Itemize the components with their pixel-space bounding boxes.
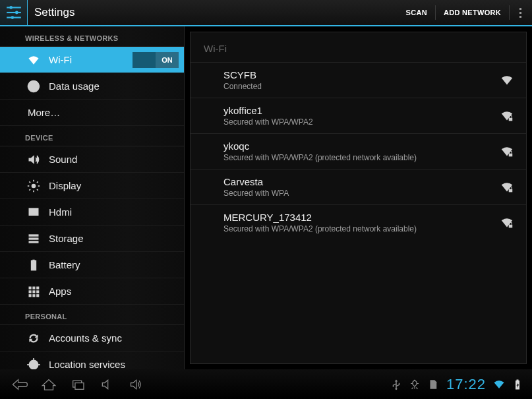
svg-line-13 bbox=[29, 189, 30, 191]
sdcard-icon[interactable] bbox=[427, 379, 439, 390]
apps-icon bbox=[26, 284, 41, 299]
display-icon bbox=[26, 179, 41, 193]
svg-point-33 bbox=[29, 360, 38, 369]
network-status: Secured with WPA bbox=[223, 189, 500, 198]
network-status: Connected bbox=[223, 82, 500, 91]
svg-line-12 bbox=[37, 189, 38, 191]
back-button[interactable] bbox=[5, 374, 34, 395]
network-status: Secured with WPA/WPA2 bbox=[223, 117, 500, 127]
svg-point-3 bbox=[9, 6, 13, 9]
overflow-menu-button[interactable] bbox=[512, 0, 528, 26]
svg-rect-16 bbox=[30, 209, 37, 214]
wifi-network-item[interactable]: CarvestaSecured with WPA bbox=[191, 169, 526, 205]
svg-line-14 bbox=[37, 181, 38, 183]
section-header: PERSONAL bbox=[0, 305, 184, 325]
content-pane: Wi-Fi SCYFBConnectedykoffice1Secured wit… bbox=[185, 26, 532, 369]
network-name: MERCURY_173412 bbox=[223, 212, 500, 223]
battery-status-icon[interactable] bbox=[512, 379, 523, 390]
svg-rect-40 bbox=[509, 189, 513, 192]
sidebar-item-apps[interactable]: Apps bbox=[0, 278, 184, 305]
wifi-network-item[interactable]: ykoffice1Secured with WPA/WPA2 bbox=[191, 98, 526, 134]
svg-rect-17 bbox=[29, 234, 39, 236]
status-clock[interactable]: 17:22 bbox=[446, 376, 486, 393]
wifi-status-icon[interactable] bbox=[493, 379, 505, 390]
section-header: WIRELESS & NETWORKS bbox=[0, 26, 184, 47]
sync-icon bbox=[26, 331, 41, 346]
location-icon bbox=[26, 357, 41, 370]
sidebar-item-label: Wi-Fi bbox=[49, 54, 72, 65]
svg-rect-28 bbox=[36, 290, 39, 293]
svg-rect-31 bbox=[36, 294, 39, 297]
svg-rect-19 bbox=[29, 241, 39, 243]
sidebar-item-label: More… bbox=[28, 107, 60, 118]
svg-rect-25 bbox=[36, 286, 39, 289]
sidebar-item-label: Apps bbox=[49, 286, 71, 297]
svg-rect-22 bbox=[32, 265, 36, 270]
recents-button[interactable] bbox=[63, 374, 92, 395]
sound-icon bbox=[26, 152, 41, 167]
svg-line-11 bbox=[29, 181, 30, 183]
network-name: ykoffice1 bbox=[223, 105, 500, 116]
data-icon bbox=[26, 79, 41, 94]
svg-rect-21 bbox=[32, 259, 34, 261]
divider bbox=[509, 5, 510, 20]
svg-point-6 bbox=[32, 183, 36, 188]
wifi-signal-secured-icon bbox=[500, 216, 514, 230]
sidebar-item-label: Hdmi bbox=[49, 206, 72, 218]
sidebar-item-hdmi[interactable]: Hdmi bbox=[0, 199, 184, 226]
section-header: DEVICE bbox=[0, 126, 184, 146]
page-title: Settings bbox=[34, 6, 398, 19]
svg-point-4 bbox=[15, 11, 18, 14]
sidebar-item-display[interactable]: Display bbox=[0, 173, 184, 199]
sidebar-item-more[interactable]: More… bbox=[0, 100, 184, 126]
settings-app-icon[interactable] bbox=[0, 0, 28, 26]
sidebar-item-label: Location services bbox=[49, 359, 125, 369]
svg-rect-41 bbox=[509, 224, 513, 228]
usb-icon[interactable] bbox=[390, 379, 402, 390]
sidebar-item-label: Storage bbox=[49, 233, 84, 244]
scan-button[interactable]: SCAN bbox=[398, 2, 435, 23]
volume-down-button[interactable] bbox=[92, 374, 121, 395]
svg-rect-43 bbox=[75, 383, 84, 389]
svg-rect-39 bbox=[509, 153, 513, 156]
wifi-signal-secured-icon bbox=[500, 109, 514, 123]
wifi-icon bbox=[26, 53, 41, 67]
sidebar-item-battery[interactable]: Battery bbox=[0, 252, 184, 278]
battery-icon bbox=[26, 258, 41, 272]
svg-rect-27 bbox=[32, 290, 35, 293]
svg-rect-45 bbox=[517, 379, 519, 381]
hdmi-icon bbox=[26, 205, 41, 220]
svg-rect-18 bbox=[29, 237, 39, 239]
sidebar-item-accounts-sync[interactable]: Accounts & sync bbox=[0, 325, 184, 352]
toggle-label: ON bbox=[156, 56, 179, 64]
home-button[interactable] bbox=[34, 374, 63, 395]
svg-rect-0 bbox=[7, 7, 21, 8]
add-network-button[interactable]: ADD NETWORK bbox=[436, 2, 509, 23]
sidebar-item-label: Data usage bbox=[49, 80, 100, 92]
wifi-signal-secured-icon bbox=[500, 144, 514, 159]
network-status: Secured with WPA/WPA2 (protected network… bbox=[223, 224, 500, 233]
svg-rect-26 bbox=[29, 290, 32, 293]
sidebar-item-wi-fi[interactable]: Wi-FiON bbox=[0, 47, 184, 73]
sidebar-item-sound[interactable]: Sound bbox=[0, 146, 184, 173]
sidebar-item-storage[interactable]: Storage bbox=[0, 226, 184, 252]
settings-sidebar: WIRELESS & NETWORKSWi-FiONData usageMore… bbox=[0, 26, 185, 369]
network-name: SCYFB bbox=[223, 69, 500, 80]
wifi-toggle[interactable]: ON bbox=[133, 52, 179, 68]
sidebar-item-data-usage[interactable]: Data usage bbox=[0, 73, 184, 100]
svg-rect-29 bbox=[29, 294, 32, 297]
storage-icon bbox=[26, 231, 41, 246]
content-header: Wi-Fi bbox=[191, 32, 526, 63]
sidebar-item-label: Display bbox=[49, 180, 81, 191]
sidebar-item-label: Sound bbox=[49, 154, 77, 165]
wifi-network-item[interactable]: ykoqcSecured with WPA/WPA2 (protected ne… bbox=[191, 134, 526, 169]
svg-rect-1 bbox=[7, 11, 21, 13]
debug-icon[interactable] bbox=[409, 379, 421, 390]
wifi-network-item[interactable]: MERCURY_173412Secured with WPA/WPA2 (pro… bbox=[191, 205, 526, 240]
wifi-network-item[interactable]: SCYFBConnected bbox=[191, 63, 526, 98]
network-name: ykoqc bbox=[223, 140, 500, 152]
svg-rect-38 bbox=[509, 117, 513, 121]
sidebar-item-location-services[interactable]: Location services bbox=[0, 352, 184, 369]
svg-rect-24 bbox=[32, 286, 35, 289]
volume-up-button[interactable] bbox=[121, 374, 150, 395]
